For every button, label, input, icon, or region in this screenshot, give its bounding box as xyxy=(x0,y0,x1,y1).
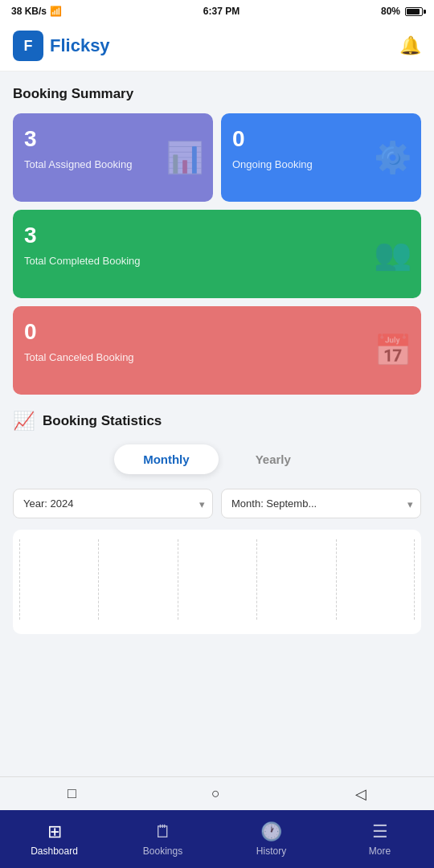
recent-apps-button[interactable]: □ xyxy=(51,780,92,807)
wifi-icon: 📶 xyxy=(50,6,62,17)
nav-item-bookings[interactable]: 🗒 Bookings xyxy=(108,815,217,863)
signal-text: 38 KB/s xyxy=(11,6,47,17)
nav-item-more[interactable]: ☰ More xyxy=(326,815,434,863)
completed-card: 3 Total Completed Booking 👥 xyxy=(13,210,421,298)
gear-icon: ⚙️ xyxy=(374,140,411,175)
canceled-label: Total Canceled Booking xyxy=(24,351,134,363)
nav-item-history[interactable]: 🕐 History xyxy=(217,815,326,863)
monthly-toggle-button[interactable]: Monthly xyxy=(114,444,219,474)
dashboard-icon: ⊞ xyxy=(47,821,62,842)
assigned-label: Total Assigned Booking xyxy=(24,158,132,170)
more-label: More xyxy=(369,845,391,857)
statistics-section: 📈 Booking Statistics Monthly Yearly Year… xyxy=(13,411,421,634)
back-button[interactable]: ◁ xyxy=(339,780,383,808)
calendar-icon: 📅 xyxy=(374,333,411,368)
people-icon: 👥 xyxy=(374,236,411,272)
time-display: 6:37 PM xyxy=(203,6,240,17)
dashboard-label: Dashboard xyxy=(31,845,78,857)
canceled-count: 0 xyxy=(24,319,410,345)
bottom-nav: ⊞ Dashboard 🗒 Bookings 🕐 History ☰ More xyxy=(0,810,434,868)
summary-top-grid: 3 Total Assigned Booking 📊 0 Ongoing Boo… xyxy=(13,113,421,202)
logo-box: F xyxy=(13,31,43,61)
year-filter-wrapper: Year: 2024 Year: 2022 Year: 2023 Year: 2… xyxy=(13,489,213,518)
bookings-label: Bookings xyxy=(143,845,182,857)
grid-line-5 xyxy=(336,539,337,620)
grid-line-3 xyxy=(178,539,178,620)
grid-line-2 xyxy=(98,539,99,620)
month-select[interactable]: Month: Septemb... Month: January Month: … xyxy=(221,489,421,518)
chart-area xyxy=(13,530,421,634)
chart-icon: 📊 xyxy=(166,140,203,175)
period-toggle-row: Monthly Yearly xyxy=(13,444,421,474)
booking-summary-title: Booking Summary xyxy=(13,86,421,102)
completed-label: Total Completed Booking xyxy=(24,255,141,267)
grid-line-1 xyxy=(19,539,20,620)
status-left: 38 KB/s 📶 xyxy=(11,6,62,17)
more-icon: ☰ xyxy=(372,821,388,842)
yearly-toggle-button[interactable]: Yearly xyxy=(227,444,320,474)
grid-line-4 xyxy=(256,539,257,620)
battery-text: 80% xyxy=(381,6,400,17)
year-select[interactable]: Year: 2024 Year: 2022 Year: 2023 Year: 2… xyxy=(13,489,213,518)
home-button[interactable]: ○ xyxy=(195,780,236,807)
completed-count: 3 xyxy=(24,223,410,248)
system-nav: □ ○ ◁ xyxy=(0,776,434,810)
canceled-card: 0 Total Canceled Booking 📅 xyxy=(13,306,421,395)
battery-icon xyxy=(405,7,423,16)
top-nav: F Flicksy 🔔 xyxy=(0,23,434,72)
ongoing-card: 0 Ongoing Booking ⚙️ xyxy=(221,113,421,202)
notification-bell-icon[interactable]: 🔔 xyxy=(399,35,421,56)
statistics-title: Booking Statistics xyxy=(43,413,162,429)
ongoing-label: Ongoing Booking xyxy=(232,158,313,170)
app-name: Flicksy xyxy=(50,35,110,56)
statistics-header: 📈 Booking Statistics xyxy=(13,411,421,432)
status-right: 80% xyxy=(381,6,423,17)
filter-row: Year: 2024 Year: 2022 Year: 2023 Year: 2… xyxy=(13,489,421,518)
nav-item-dashboard[interactable]: ⊞ Dashboard xyxy=(0,815,108,863)
booking-summary-section: Booking Summary 3 Total Assigned Booking… xyxy=(13,86,421,395)
bookings-icon: 🗒 xyxy=(154,821,172,842)
logo-letter: F xyxy=(24,38,33,55)
logo-area: F Flicksy xyxy=(13,31,110,61)
history-label: History xyxy=(256,845,286,857)
total-assigned-card: 3 Total Assigned Booking 📊 xyxy=(13,113,213,202)
chart-grid xyxy=(19,539,415,620)
month-filter-wrapper: Month: Septemb... Month: January Month: … xyxy=(221,489,421,518)
stats-chart-icon: 📈 xyxy=(13,411,35,432)
status-bar: 38 KB/s 📶 6:37 PM 80% xyxy=(0,0,434,23)
grid-line-6 xyxy=(414,539,415,620)
main-content: Booking Summary 3 Total Assigned Booking… xyxy=(0,72,434,868)
history-icon: 🕐 xyxy=(260,821,282,842)
